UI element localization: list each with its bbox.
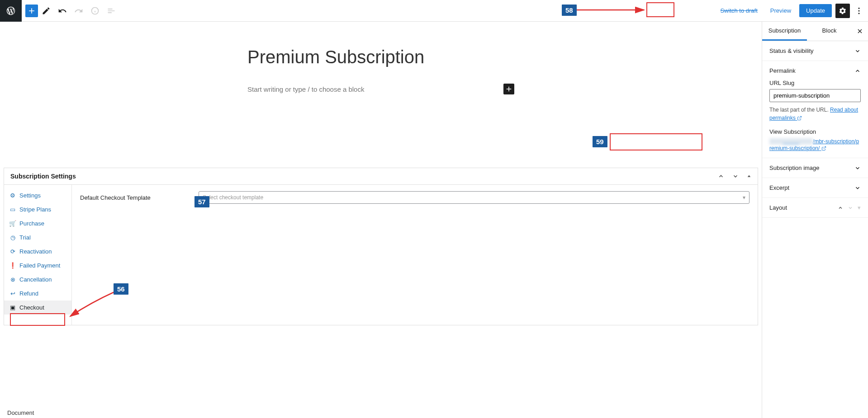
more-options-icon[interactable] [854,3,864,19]
clock-icon: ◷ [9,234,16,241]
panel-layout[interactable]: Layout ▾ [762,198,868,218]
url-slug-label: URL Slug [769,80,861,86]
switch-to-draft-link[interactable]: Switch to draft [716,5,762,17]
url-slug-input[interactable] [769,89,861,102]
nav-purchase[interactable]: 🛒Purchase [4,216,71,230]
wordpress-logo[interactable] [0,0,22,22]
svg-line-9 [823,147,825,149]
panel-permalink[interactable]: Permalink [769,67,861,74]
nav-checkout[interactable]: ▣Checkout [4,301,71,315]
metabox-title: Subscription Settings [10,173,76,180]
tab-subscription[interactable]: Subscription [762,22,807,41]
chevron-down-icon [854,48,861,54]
chevron-down-icon [848,205,853,211]
svg-point-4 [859,10,860,11]
annotation-badge-56: 56 [114,283,128,295]
gear-icon: ⚙ [9,192,16,199]
panel-subscription-image[interactable]: Subscription image [762,158,868,178]
nav-stripe-plans[interactable]: ▭Stripe Plans [4,202,71,216]
alert-icon: ❗ [9,262,16,269]
caret-down-icon: ▾ [858,204,861,211]
close-sidebar-icon[interactable] [852,22,868,41]
settings-button[interactable] [835,4,850,18]
add-block-button[interactable] [25,5,38,17]
panel-excerpt[interactable]: Excerpt [762,178,868,198]
block-prompt-text[interactable]: Start writing or type / to choose a bloc… [247,85,364,93]
panel-status-visibility[interactable]: Status & visibility [762,41,868,61]
caret-up-icon[interactable] [747,174,751,178]
chevron-down-icon [854,165,861,171]
page-title[interactable]: Premium Subscription [247,47,514,67]
edit-icon[interactable] [38,3,54,19]
nav-trial[interactable]: ◷Trial [4,230,71,244]
undo-icon[interactable] [54,3,71,19]
book-icon: ▣ [9,304,16,311]
document-footer[interactable]: Document [7,409,34,416]
chevron-down-icon [854,185,861,191]
chevron-up-icon[interactable] [718,173,724,179]
checkout-template-select[interactable]: Select checkout template ▾ [199,191,749,204]
inline-add-block-button[interactable] [503,84,514,94]
nav-reactivation[interactable]: ⟳Reactivation [4,244,71,258]
nav-failed-payment[interactable]: ❗Failed Payment [4,258,71,272]
chevron-up-icon [854,68,861,74]
stripe-icon: ▭ [9,206,16,213]
annotation-badge-58: 58 [562,5,577,16]
chevron-down-icon[interactable] [732,173,739,179]
return-icon: ↩ [9,290,16,297]
preview-link[interactable]: Preview [766,5,796,17]
nav-cancellation[interactable]: ⊗Cancellation [4,272,71,286]
svg-point-5 [859,13,860,14]
permalink-helper: The last part of the URL. Read about per… [769,106,861,122]
redo-icon [71,3,87,19]
close-circle-icon: ⊗ [9,276,16,283]
checkout-template-label: Default Checkout Template [80,194,193,201]
nav-settings[interactable]: ⚙Settings [4,188,71,202]
update-button[interactable]: Update [799,4,832,17]
caret-down-icon: ▾ [743,194,745,201]
svg-line-8 [799,117,802,119]
svg-point-3 [859,7,860,9]
chevron-up-icon [838,205,843,211]
info-icon [87,3,103,19]
outline-icon [103,3,119,19]
annotation-badge-59: 59 [593,136,607,147]
view-subscription-label: View Subscription [769,128,861,135]
cart-icon: 🛒 [9,220,16,227]
annotation-badge-57: 57 [194,196,209,207]
permalink-url-link[interactable]: hidden/mbr-subscription/premium-subscrip… [769,138,859,151]
nav-refund[interactable]: ↩Refund [4,286,71,301]
refresh-icon: ⟳ [9,248,16,255]
tab-block[interactable]: Block [807,22,852,41]
